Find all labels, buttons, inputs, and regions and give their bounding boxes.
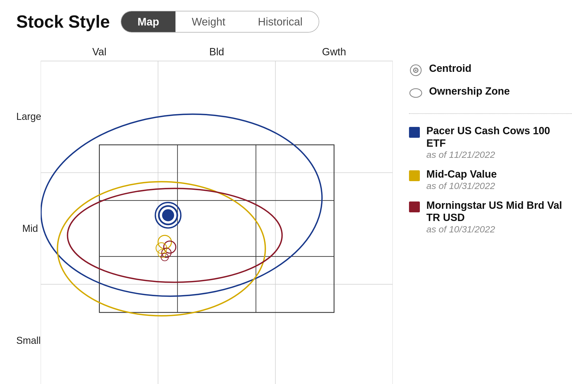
legend-centroid-label: Centroid <box>429 62 471 75</box>
y-label-small: Small <box>16 335 38 346</box>
legend-ownership: Ownership Zone <box>409 85 572 100</box>
legend-morningstar-text: Morningstar US Mid Brd Val TR USD as of … <box>426 199 572 235</box>
tab-historical[interactable]: Historical <box>242 11 319 32</box>
legend-pacer-text: Pacer US Cash Cows 100 ETF as of 11/21/2… <box>426 125 572 160</box>
stock-style-chart <box>41 60 393 384</box>
legend-centroid: Centroid <box>409 62 572 77</box>
legend-morningstar: Morningstar US Mid Brd Val TR USD as of … <box>409 199 572 235</box>
svg-point-16 <box>162 209 174 221</box>
legend-ownership-label: Ownership Zone <box>429 85 510 98</box>
tab-group[interactable]: Map Weight Historical <box>121 11 319 33</box>
legend: Centroid Ownership Zone Pacer US Cash Co… <box>409 46 572 384</box>
legend-pacer-name: Pacer US Cash Cows 100 ETF <box>426 125 572 149</box>
legend-ownership-text: Ownership Zone <box>429 85 510 98</box>
x-label-bld: Bld <box>158 46 276 58</box>
midcap-color-icon <box>409 170 420 181</box>
legend-morningstar-name: Morningstar US Mid Brd Val TR USD <box>426 199 572 224</box>
legend-midcap-text: Mid-Cap Value as of 10/31/2022 <box>426 168 497 191</box>
y-axis: Large Mid Small <box>16 60 41 384</box>
ownership-zone-icon <box>409 86 423 100</box>
tab-weight[interactable]: Weight <box>175 11 242 32</box>
legend-morningstar-date: as of 10/31/2022 <box>426 224 572 235</box>
y-label-mid: Mid <box>16 223 38 234</box>
svg-point-10 <box>41 103 330 308</box>
svg-rect-5 <box>99 145 334 312</box>
centroid-icon <box>409 63 423 77</box>
chart-area: Val Bld Gwth Large Mid Small <box>16 46 393 384</box>
svg-point-17 <box>158 235 171 249</box>
x-label-gwth: Gwth <box>275 46 393 58</box>
x-label-val: Val <box>41 46 158 58</box>
legend-midcap-date: as of 10/31/2022 <box>426 181 497 191</box>
pacer-color-icon <box>409 127 420 138</box>
chart-svg-container <box>41 60 393 384</box>
chart-row: Large Mid Small <box>16 60 393 384</box>
x-axis-labels: Val Bld Gwth <box>41 46 393 58</box>
legend-pacer: Pacer US Cash Cows 100 ETF as of 11/21/2… <box>409 125 572 160</box>
tab-map[interactable]: Map <box>121 11 175 32</box>
svg-point-26 <box>415 69 417 71</box>
y-label-large: Large <box>16 111 38 122</box>
legend-centroid-text: Centroid <box>429 62 471 75</box>
svg-point-27 <box>410 89 422 97</box>
morningstar-color-icon <box>409 201 420 212</box>
svg-rect-0 <box>41 61 393 384</box>
page-title: Stock Style <box>16 12 110 32</box>
legend-divider <box>409 113 572 114</box>
header: Stock Style Map Weight Historical <box>16 11 572 33</box>
legend-pacer-date: as of 11/21/2022 <box>426 149 572 160</box>
legend-midcap-name: Mid-Cap Value <box>426 168 497 181</box>
main-content: Val Bld Gwth Large Mid Small <box>16 46 572 384</box>
legend-midcap: Mid-Cap Value as of 10/31/2022 <box>409 168 572 191</box>
